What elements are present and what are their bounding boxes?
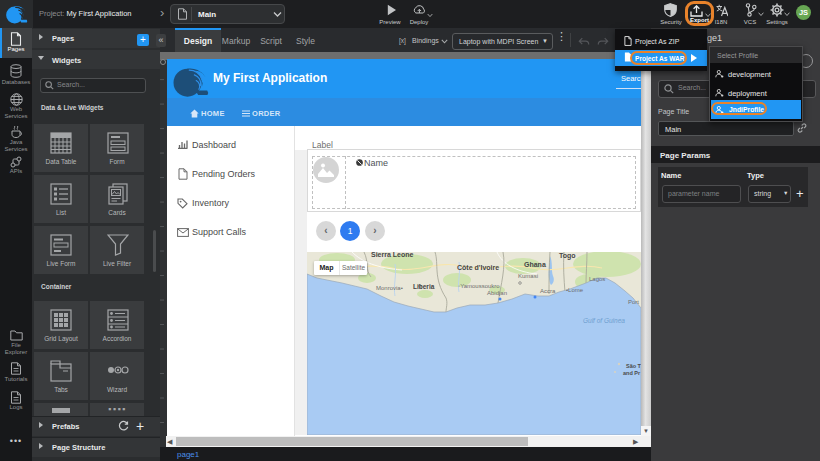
svg-text:Kumasi: Kumasi (518, 273, 538, 279)
svg-text:Port: Port (628, 299, 639, 305)
svg-text:◦Yamoussoukro: ◦Yamoussoukro (458, 283, 500, 289)
svg-text:Monrovia•: Monrovia• (376, 285, 403, 291)
svg-text:Gulf of Guinea: Gulf of Guinea (583, 317, 625, 324)
svg-text:Liberia: Liberia (413, 283, 435, 290)
svg-text:and Pr: and Pr (623, 370, 641, 376)
svg-text:Côte d'Ivoire: Côte d'Ivoire (457, 264, 499, 271)
svg-text:Lagos: Lagos (589, 276, 605, 282)
svg-text:Accra: Accra (540, 288, 556, 294)
svg-text:Abidjan: Abidjan (487, 290, 507, 296)
svg-text:•Lome: •Lome (566, 287, 584, 293)
svg-text:Togo: Togo (559, 252, 576, 260)
svg-text:São T: São T (626, 363, 641, 369)
svg-text:Sierra Leone: Sierra Leone (371, 252, 414, 258)
svg-text:Ghana: Ghana (524, 261, 546, 268)
